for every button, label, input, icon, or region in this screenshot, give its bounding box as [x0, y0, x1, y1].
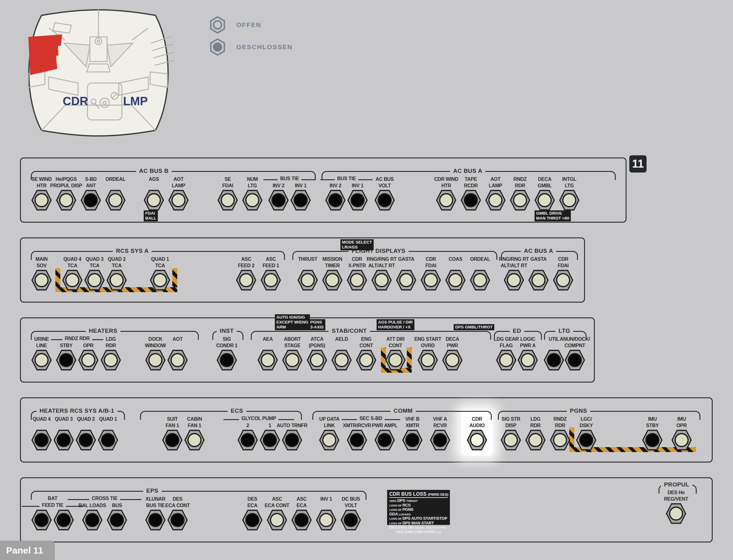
breaker-thrust-r2-7[interactable] [297, 269, 318, 291]
breaker-bus-r5-3-hex [107, 509, 127, 531]
breaker-quad-3-r4-1-state-closed [57, 433, 71, 447]
breaker-aot-lamp-r1-15[interactable] [485, 189, 506, 211]
breaker-ac-bus-volt-r1-12[interactable] [375, 189, 395, 211]
breaker-eng-cont-r3-11[interactable] [356, 349, 377, 371]
breaker-deca-gmbl-r1-17[interactable] [535, 189, 555, 211]
breaker-mission-timer-r2-8-state-open [325, 273, 339, 287]
breaker-rng-rng-rt-alt-alt-rt-r2-10[interactable] [372, 269, 392, 291]
breaker-pwr-ampl-r4-11[interactable] [375, 429, 395, 451]
breaker-tape-rcdr-r1-14[interactable] [461, 189, 481, 211]
breaker-aot-lamp-r1-5[interactable] [168, 189, 189, 211]
breaker-2-r4-6[interactable] [237, 429, 258, 451]
breaker-coas-r2-13[interactable] [445, 269, 466, 291]
breaker-rndz-rdr-r4-17[interactable] [550, 429, 570, 451]
breaker-xlunar-bus-tie-r5-4[interactable] [145, 509, 165, 531]
breaker-bus-r5-3[interactable] [107, 509, 127, 531]
breaker-auto-trnfr-r4-8-state-closed [285, 433, 299, 447]
breaker-quad-1-r4-3[interactable] [98, 429, 118, 451]
breaker-inv-1-r1-11[interactable] [347, 189, 368, 211]
breaker-des-eca-cont-r5-5-label: DESECA CONT [148, 496, 207, 509]
breaker-1-r4-7[interactable] [260, 429, 280, 451]
breaker-quad-2-r4-2[interactable] [76, 429, 96, 451]
breaker-cdr-audio-r4-14[interactable] [467, 429, 487, 451]
breaker-ldg-rdr-r3-3-state-open [104, 353, 118, 367]
breaker-des-eca-r5-6[interactable] [242, 509, 262, 531]
breaker-auto-trnfr-r4-8[interactable] [282, 429, 302, 451]
breaker-util-r3-17[interactable] [544, 349, 564, 371]
breaker-main-sov-r2-0[interactable] [31, 269, 52, 291]
breaker-inv-2-r1-10[interactable] [325, 189, 345, 211]
breaker-ordeal-r1-3[interactable] [105, 189, 125, 211]
breaker-ordeal-r2-14[interactable] [470, 269, 490, 291]
breaker-rndz-rdr-r1-16[interactable] [510, 189, 530, 211]
breaker-ldg-rdr-r3-3[interactable] [101, 349, 121, 371]
breaker-s-bd-ant-r1-2-hex [81, 189, 101, 211]
breaker-rng-rng-rt-alt-alt-rt-r2-15[interactable] [504, 269, 524, 291]
breaker-urine-line-r3-0[interactable] [31, 349, 52, 371]
breaker-aot-r3-5[interactable] [167, 349, 188, 371]
breaker-thrust-r2-7-hex [297, 269, 318, 291]
breaker-ags-r1-4[interactable] [144, 189, 164, 211]
breaker-imu-stby-r4-19[interactable] [642, 429, 663, 451]
breaker-atca-pgns-r3-9[interactable] [307, 349, 327, 371]
breaker-cabin-fan-1-r4-5-label: CABINFAN 1 [165, 416, 224, 429]
breaker-quad-1-tca-r2-4-hex [150, 269, 170, 291]
breaker-se-fdai-r1-6[interactable] [217, 189, 238, 211]
breaker-gasta-r2-16[interactable] [528, 269, 549, 291]
breaker-bal-loads-r5-2[interactable] [82, 509, 102, 531]
breaker-logic-pwr-a-r3-16[interactable] [518, 349, 538, 371]
breaker-abort-stage-r3-8[interactable] [282, 349, 302, 371]
breaker-suit-fan-1-r4-4[interactable] [162, 429, 182, 451]
breaker-gasta-r2-11[interactable] [396, 269, 416, 291]
breaker-inv-1-r5-9[interactable] [316, 509, 336, 531]
breaker-quad-2-tca-r2-3[interactable] [106, 269, 127, 291]
breaker-ldg-gear-flag-r3-15[interactable] [496, 349, 516, 371]
breaker-att-dir-cont-r3-12[interactable] [385, 349, 406, 371]
breaker-vhf-a-rcvr-r4-13[interactable] [430, 429, 450, 451]
breaker-opr-r3-2[interactable] [78, 349, 98, 371]
breaker-quad-4-r4-0[interactable] [31, 429, 52, 451]
breaker-anun-dock-compnt-r3-18[interactable] [565, 349, 585, 371]
breaker-quad-3-r4-1[interactable] [54, 429, 74, 451]
breaker-stby-r3-1[interactable] [56, 349, 76, 371]
breaker-asc-feed-1-r2-6[interactable] [261, 269, 281, 291]
breaker-sig-condr-1-r3-6[interactable] [217, 349, 237, 371]
breaker-xmtr-rcvr-r4-10[interactable] [347, 429, 367, 451]
breaker-inv-1-r1-9[interactable] [290, 189, 311, 211]
breaker-aea-r3-7[interactable] [257, 349, 278, 371]
breaker-asc-eca-cont-r5-7[interactable] [267, 509, 287, 531]
breaker-s-bd-ant-r1-2[interactable] [81, 189, 101, 211]
breaker-mission-timer-r2-8[interactable] [322, 269, 342, 291]
breaker-cdr-fdai-r2-17[interactable] [553, 269, 573, 291]
breaker-eng-start-ovrd-r3-13[interactable] [418, 349, 438, 371]
breaker-aeld-r3-10[interactable] [331, 349, 352, 371]
breaker-asc-feed-2-r2-5[interactable] [236, 269, 256, 291]
breaker-bat-feed-tie-2[interactable] [54, 509, 74, 531]
breaker-asc-eca-r5-8[interactable] [291, 509, 312, 531]
breaker-up-data-link-r4-9[interactable] [319, 429, 339, 451]
breaker-cdr-fdai-r2-12[interactable] [421, 269, 441, 291]
breaker-quad-3-tca-r2-2[interactable] [84, 269, 105, 291]
breaker-inv-2-r1-8[interactable] [268, 189, 289, 211]
breaker-num-ltg-r1-7[interactable] [242, 189, 262, 211]
breaker-sig-str-disp-r4-15[interactable] [501, 429, 521, 451]
breaker-des-eca-cont-r5-5[interactable] [167, 509, 188, 531]
breaker-quad-1-tca-r2-4[interactable] [150, 269, 170, 291]
breaker-dock-window-r3-4[interactable] [145, 349, 165, 371]
breaker-cabin-fan-1-r4-5[interactable] [184, 429, 205, 451]
breaker-quad-4-tca-r2-1[interactable] [62, 269, 82, 291]
breaker-lgc-dsky-r4-18[interactable] [576, 429, 596, 451]
breaker-ldg-rdr-r4-16[interactable] [525, 429, 546, 451]
breaker-cdr-x-pntr-r2-9[interactable] [347, 269, 367, 291]
breaker-imu-opr-r4-20[interactable] [671, 429, 692, 451]
breaker-he-pqgs-propul-disp-r1-1[interactable] [56, 189, 76, 211]
breaker-deca-pwr-r3-14[interactable] [442, 349, 463, 371]
breaker-cdr-wind-htr-r1-13[interactable] [436, 189, 456, 211]
breaker-dc-bus-volt-r5-10[interactable] [340, 509, 361, 531]
breaker-intgl-ltg-r1-18[interactable] [559, 189, 580, 211]
breaker-bat-feed-tie-1[interactable] [31, 509, 52, 531]
breaker-vhf-b-xmtr-r4-12[interactable] [402, 429, 423, 451]
breaker-se-wind-htr-r1-0[interactable] [31, 189, 52, 211]
breaker-dock-window-r3-4-hex [145, 349, 165, 371]
breaker-des-he-reg-vent-r5-11[interactable] [666, 503, 686, 524]
